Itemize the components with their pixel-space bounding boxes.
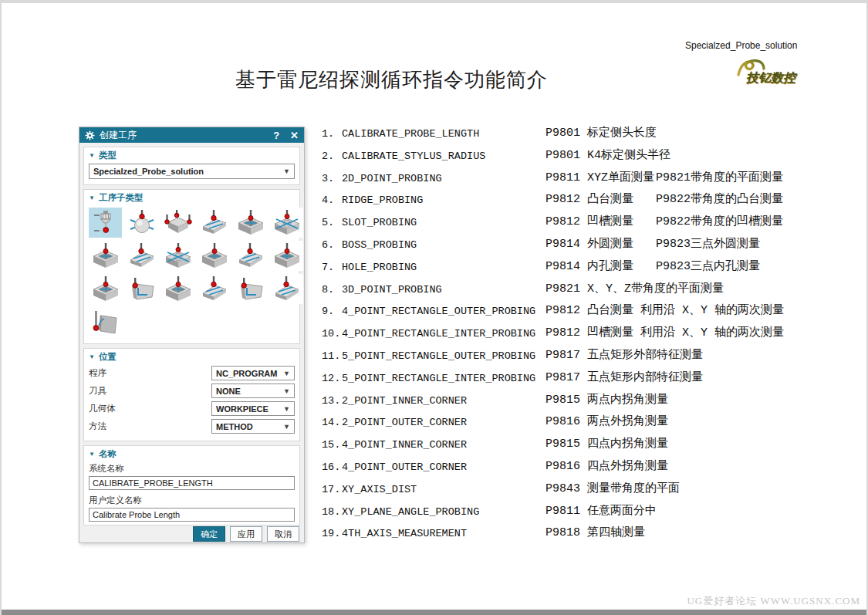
list-item-number: 1.	[322, 123, 342, 146]
list-item-3d_point_probing: 8.3D_POINT_PROBINGP9821 X、Y、Z带角度的平面测量	[322, 279, 866, 301]
subtype-icon-3d-point-probing[interactable]	[125, 241, 158, 271]
list-item-name: 5_POINT_RECTANGLE_OUTER_PROBING	[342, 350, 535, 362]
subtype-icon-5-point-rectangle-outer-probing[interactable]	[234, 241, 267, 271]
list-item-description: P9818 第四轴测量	[545, 522, 645, 545]
page-title: 基于雷尼绍探测循环指令功能简介	[2, 66, 782, 93]
solution-caption: Specialzed_Probe_solution	[685, 40, 797, 51]
name-section-label: 名称	[99, 448, 117, 460]
list-item-5_point_rectangle_inter_probing: 12.5_POINT_RECTANGLE_INTER_PROBINGP9817 …	[322, 367, 866, 390]
system-name-input[interactable]	[89, 476, 295, 490]
subtype-icon-xy-axis-dist[interactable]	[234, 274, 267, 304]
dropdown-arrow-icon: ▼	[283, 167, 290, 175]
list-item-2_point_outer_corner: 14.2_POINT_OUTER_CORNERP9816 两点外拐角测量	[322, 411, 866, 434]
brand-logo-text: 技钇数控	[746, 70, 795, 86]
subtype-section-label: 工序子类型	[99, 192, 144, 204]
type-dropdown[interactable]: Specialzed_Probe_solution ▼	[89, 164, 295, 179]
list-item-description: P9815 两点内拐角测量	[545, 390, 668, 412]
subtype-icon-4-point-inner-corner[interactable]	[161, 274, 194, 304]
list-item-description-extra: P9821带角度的平面测量	[656, 167, 783, 190]
method-label: 方法	[89, 421, 211, 432]
list-item-description: P9812 凹槽测量 利用沿 X、Y 轴的两次测量	[545, 323, 784, 345]
list-item-name: RIDGE_PROBING	[342, 194, 423, 206]
subtype-icon-slot-probing[interactable]	[234, 208, 267, 238]
subtype-icon-calibrate-probe-length[interactable]	[89, 208, 122, 238]
bottom-strip	[2, 610, 866, 615]
subtype-icon-boss-probing[interactable]	[270, 208, 303, 238]
list-item-number: 15.	[322, 434, 342, 457]
list-item-number: 14.	[322, 412, 342, 434]
location-row-tool: 刀具NONE▼	[84, 383, 299, 399]
tool-dropdown[interactable]: NONE▼	[211, 384, 295, 398]
user-name-label: 用户定义名称	[84, 493, 299, 508]
type-section: ▼ 类型 Specialzed_Probe_solution ▼	[83, 147, 300, 185]
list-item-number: 5.	[322, 212, 342, 235]
list-item-number: 9.	[322, 301, 342, 323]
location-section-header[interactable]: ▼ 位置	[84, 349, 299, 364]
geometry-dropdown[interactable]: WORKPIECE▼	[211, 401, 295, 416]
type-section-header[interactable]: ▼ 类型	[84, 147, 299, 163]
subtype-icon-xy-plane-angle-probing[interactable]	[270, 274, 303, 304]
list-item-description: P9843 测量带角度的平面	[545, 478, 680, 501]
list-item-description: P9817 五点矩形外部特征测量	[545, 345, 703, 367]
list-item-number: 11.	[322, 346, 342, 368]
list-item-ridge_probing: 4.RIDGE_PROBINGP9812 凸台测量P9822带角度的凸台测量	[322, 189, 866, 211]
list-item-name: 4TH_AXIS_MEASUREMENT	[342, 528, 467, 539]
list-item-description: P9812 凸台测量P9822带角度的凸台测量	[545, 189, 633, 211]
apply-button[interactable]: 应用	[230, 526, 262, 542]
list-item-description: P9821 X、Y、Z带角度的平面测量	[545, 279, 724, 301]
list-item-name: 4_POINT_RECTANGLE_INTER_PROBING	[342, 328, 535, 340]
subtype-icon-4-point-rectangle-outer-probing[interactable]	[161, 241, 194, 271]
collapse-arrow-icon: ▼	[89, 153, 95, 159]
list-item-number: 16.	[322, 457, 342, 479]
name-section: ▼ 名称 系统名称 用户定义名称	[83, 445, 300, 525]
method-dropdown[interactable]: METHOD▼	[211, 419, 295, 434]
list-item-name: 5_POINT_RECTANGLE_INTER_PROBING	[342, 373, 535, 384]
dialog-footer: 确定 应用 取消	[79, 525, 304, 542]
list-item-number: 18.	[322, 502, 342, 524]
tool-label: 刀具	[89, 385, 211, 397]
subtype-icon-2d-point-probing[interactable]	[161, 208, 194, 238]
list-item-slot_probing: 5.SLOT_PROBINGP9812 凹槽测量P9822带角度的凹槽测量	[322, 211, 866, 234]
location-row-geometry: 几何体WORKPIECE▼	[84, 400, 299, 417]
method-dropdown-value: METHOD	[216, 422, 280, 431]
collapse-arrow-icon: ▼	[89, 354, 95, 360]
dropdown-arrow-icon: ▼	[283, 423, 290, 431]
subtype-icon-4-point-outer-corner[interactable]	[198, 274, 231, 304]
location-row-method: 方法METHOD▼	[84, 418, 299, 434]
list-item-number: 17.	[322, 479, 342, 502]
geometry-label: 几何体	[89, 403, 211, 414]
list-item-name: BOSS_PROBING	[342, 239, 417, 251]
dialog-titlebar[interactable]: 创建工序 ? ✕	[79, 127, 304, 143]
gear-icon	[85, 130, 95, 140]
subtype-icon-4th-axis-measurement[interactable]	[89, 307, 122, 337]
list-item-number: 19.	[322, 523, 342, 546]
subtype-icon-calibrate-stylus-radius[interactable]	[125, 208, 158, 238]
list-item-2_point_inner_corner: 13.2_POINT_INNER_CORNERP9815 两点内拐角测量	[322, 390, 866, 412]
subtype-section-header[interactable]: ▼ 工序子类型	[84, 190, 299, 205]
ok-button[interactable]: 确定	[193, 526, 225, 542]
list-item-xy_axis_dist: 17.XY_AXIS_DISTP9843 测量带角度的平面	[322, 478, 866, 501]
subtype-icon-2-point-inner-corner[interactable]	[89, 274, 122, 304]
list-item-name: 4_POINT_INNER_CORNER	[342, 439, 467, 451]
subtype-icon-4-point-rectangle-inter-probing[interactable]	[198, 241, 231, 271]
list-item-calibrate_probe_length: 1.CALIBRATE_PROBE_LENGTHP9801 标定侧头长度	[322, 123, 866, 145]
name-section-header[interactable]: ▼ 名称	[84, 446, 299, 461]
list-item-description: P9817 五点矩形内部特征测量	[545, 367, 703, 390]
subtype-icon-2-point-outer-corner[interactable]	[125, 274, 158, 304]
list-item-name: 2_POINT_INNER_CORNER	[342, 395, 467, 407]
user-name-input[interactable]	[89, 508, 295, 522]
program-dropdown[interactable]: NC_PROGRAM▼	[211, 366, 295, 380]
subtype-icon-ridge-probing[interactable]	[198, 208, 231, 238]
probe-operation-list: 1.CALIBRATE_PROBE_LENGTHP9801 标定侧头长度2.CA…	[322, 123, 866, 545]
close-button[interactable]: ✕	[290, 130, 299, 140]
list-item-description: P9801 K4标定侧头半径	[545, 145, 670, 167]
list-item-4_point_inner_corner: 15.4_POINT_INNER_CORNERP9815 四点内拐角测量	[322, 434, 866, 456]
subtype-icon-grid	[84, 205, 299, 343]
help-button[interactable]: ?	[273, 130, 279, 140]
cancel-button[interactable]: 取消	[267, 526, 299, 542]
subtype-icon-5-point-rectangle-inter-probing[interactable]	[270, 241, 303, 271]
slide-frame: 基于雷尼绍探测循环指令功能简介 Specialzed_Probe_solutio…	[0, 0, 868, 615]
program-dropdown-value: NC_PROGRAM	[216, 369, 280, 378]
subtype-icon-hole-probing[interactable]	[89, 241, 122, 271]
list-item-name: XY_AXIS_DIST	[342, 484, 417, 495]
